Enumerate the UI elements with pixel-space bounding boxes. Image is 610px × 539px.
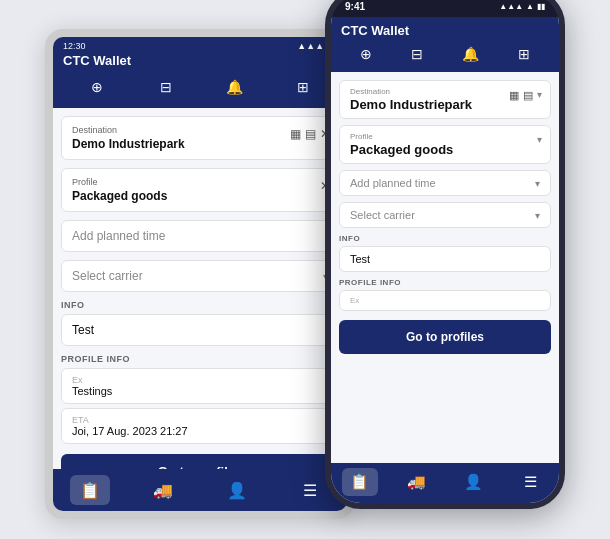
phone-info-value: Test [350,253,370,265]
tablet-nav: ⊕ ⊟ 🔔 ⊞ [63,72,337,102]
tablet-profile-card: Profile Packaged goods ✕ [61,168,339,212]
phone-carrier-text: Select carrier [350,209,415,221]
tablet-destination-qr-icon[interactable]: ▦ [290,127,301,141]
tablet-bottom-menu-icon[interactable]: ☰ [290,475,330,505]
tablet-carrier-select[interactable]: Select carrier ▾ [61,260,339,292]
tablet-info-card: Test [61,314,339,346]
tablet-nav-add-icon[interactable]: ⊕ [86,76,108,98]
tablet-info-section-label: INFO [61,300,339,310]
tablet-bottom-user-icon[interactable]: 👤 [217,475,257,505]
phone-planned-time-text: Add planned time [350,177,436,189]
phone-ex-card: Ex [339,290,551,311]
phone-profile-card: Profile Packaged goods ▾ [339,125,551,164]
tablet-ex-label: Ex [72,375,328,385]
phone-app-title: CTC Wallet [341,23,549,38]
phone-profile-actions: ▾ [537,134,542,145]
tablet-nav-save-icon[interactable]: ⊟ [155,76,177,98]
tablet-body: Destination Demo Industriepark ▦ ▤ ✕ Pro… [53,108,347,502]
tablet-bottom-nav: 📋 🚚 👤 ☰ [53,469,347,511]
phone: 9:41 ▲▲▲ ▲ ▮▮ CTC Wallet ⊕ ⊟ 🔔 ⊞ Destina… [325,0,565,509]
tablet-eta-value: Joi, 17 Aug. 2023 21:27 [72,425,328,437]
tablet-eta-label: ETA [72,415,328,425]
tablet-bottom-truck-icon[interactable]: 🚚 [143,475,183,505]
tablet-header: 12:30 ▲▲▲ ▲ CTC Wallet ⊕ ⊟ 🔔 ⊞ [53,37,347,108]
phone-go-profiles-button[interactable]: Go to profiles [339,320,551,354]
tablet-destination-actions: ▦ ▤ ✕ [290,127,330,141]
tablet-profile-label: Profile [72,177,328,187]
phone-destination-qr-icon[interactable]: ▦ [509,89,519,102]
phone-info-card: Test [339,246,551,272]
phone-battery-icon: ▮▮ [537,2,545,11]
phone-bottom-home-icon[interactable]: 📋 [342,468,378,496]
phone-nav-grid-icon[interactable]: ⊞ [518,46,530,62]
phone-bottom-user-icon[interactable]: 👤 [456,468,492,496]
phone-nav-save-icon[interactable]: ⊟ [411,46,423,62]
phone-bottom-menu-icon[interactable]: ☰ [513,468,549,496]
tablet-profile-info-section-label: PROFILE INFO [61,354,339,364]
tablet-nav-grid-icon[interactable]: ⊞ [292,76,314,98]
phone-profile-value: Packaged goods [350,142,540,157]
phone-time: 9:41 [345,1,365,12]
phone-status-icons: ▲▲▲ ▲ ▮▮ [499,2,545,11]
phone-destination-chevron-icon: ▾ [537,89,542,102]
tablet-time: 12:30 [63,41,86,51]
phone-ex-label: Ex [350,296,540,305]
phone-bottom-truck-icon[interactable]: 🚚 [399,468,435,496]
phone-notch: 9:41 ▲▲▲ ▲ ▮▮ [331,0,559,17]
phone-profile-info-section-label: PROFILE INFO [339,278,551,287]
phone-wifi-icon: ▲ [526,2,534,11]
phone-bottom-nav: 📋 🚚 👤 ☰ [331,463,559,503]
phone-planned-time-select[interactable]: Add planned time ▾ [339,170,551,196]
phone-destination-actions: ▦ ▤ ▾ [509,89,542,102]
tablet-ex-card: Ex Testings [61,368,339,404]
phone-body: Destination Demo Industriepark ▦ ▤ ▾ Pro… [331,72,559,438]
tablet-status-bar: 12:30 ▲▲▲ ▲ [63,41,337,51]
tablet-destination-card: Destination Demo Industriepark ▦ ▤ ✕ [61,116,339,160]
phone-planned-time-chevron-icon: ▾ [535,178,540,189]
phone-signal-icon: ▲▲▲ [499,2,523,11]
tablet-nav-bell-icon[interactable]: 🔔 [223,76,245,98]
tablet-eta-card: ETA Joi, 17 Aug. 2023 21:27 [61,408,339,444]
tablet-profile-value: Packaged goods [72,189,328,203]
tablet-destination-barcode-icon[interactable]: ▤ [305,127,316,141]
scene: 12:30 ▲▲▲ ▲ CTC Wallet ⊕ ⊟ 🔔 ⊞ Destinati… [0,0,610,539]
tablet: 12:30 ▲▲▲ ▲ CTC Wallet ⊕ ⊟ 🔔 ⊞ Destinati… [45,29,355,519]
phone-destination-barcode-icon[interactable]: ▤ [523,89,533,102]
tablet-info-value: Test [72,323,94,337]
tablet-bottom-home-icon[interactable]: 📋 [70,475,110,505]
phone-info-section-label: INFO [339,234,551,243]
tablet-carrier-text: Select carrier [72,269,143,283]
phone-profile-chevron-icon: ▾ [537,134,542,145]
tablet-app-title: CTC Wallet [63,53,337,68]
tablet-signal-icon: ▲▲▲ [297,41,324,51]
phone-profile-label: Profile [350,132,540,141]
phone-destination-card: Destination Demo Industriepark ▦ ▤ ▾ [339,80,551,119]
phone-nav-bell-icon[interactable]: 🔔 [462,46,479,62]
phone-carrier-select[interactable]: Select carrier ▾ [339,202,551,228]
tablet-planned-time-value: Add planned time [72,229,328,243]
phone-nav-add-icon[interactable]: ⊕ [360,46,372,62]
phone-nav: ⊕ ⊟ 🔔 ⊞ [341,42,549,64]
tablet-ex-value: Testings [72,385,328,397]
phone-carrier-chevron-icon: ▾ [535,210,540,221]
phone-screen: CTC Wallet ⊕ ⊟ 🔔 ⊞ Destination Demo Indu… [331,17,559,503]
tablet-planned-time-card[interactable]: Add planned time [61,220,339,252]
phone-header: CTC Wallet ⊕ ⊟ 🔔 ⊞ [331,17,559,72]
